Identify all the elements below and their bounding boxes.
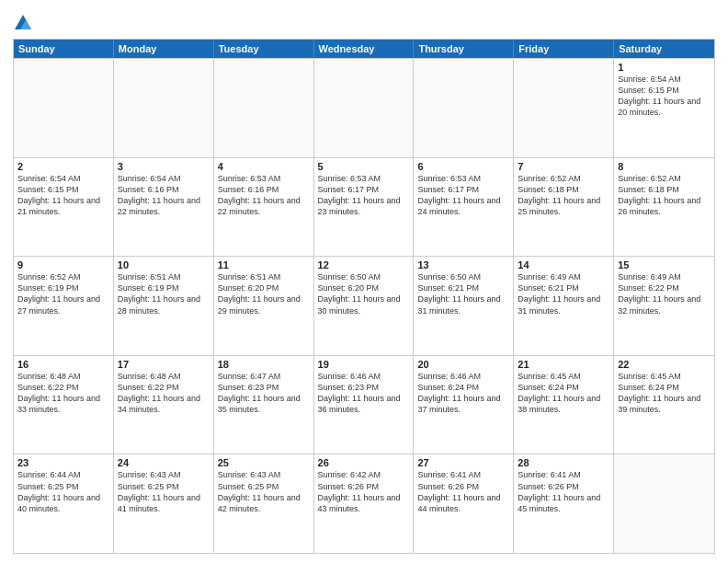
day-info: Sunrise: 6:52 AMSunset: 6:18 PMDaylight:… (618, 173, 711, 218)
day-cell-16: 16Sunrise: 6:48 AMSunset: 6:22 PMDayligh… (14, 356, 114, 454)
day-cell-15: 15Sunrise: 6:49 AMSunset: 6:22 PMDayligh… (614, 257, 714, 355)
day-number: 13 (417, 259, 509, 270)
day-info: Sunrise: 6:53 AMSunset: 6:17 PMDaylight:… (318, 173, 410, 218)
logo-icon (13, 13, 33, 33)
empty-cell (314, 59, 415, 157)
day-number: 27 (417, 457, 509, 468)
day-cell-27: 27Sunrise: 6:41 AMSunset: 6:26 PMDayligh… (414, 454, 514, 553)
calendar-row-4: 23Sunrise: 6:44 AMSunset: 6:25 PMDayligh… (14, 454, 714, 553)
weekday-header-sunday: Sunday (14, 40, 114, 58)
day-number: 3 (118, 161, 210, 172)
header (13, 9, 715, 33)
day-number: 20 (417, 359, 509, 370)
day-cell-8: 8Sunrise: 6:52 AMSunset: 6:18 PMDaylight… (614, 158, 714, 257)
day-info: Sunrise: 6:54 AMSunset: 6:16 PMDaylight:… (118, 173, 210, 218)
day-info: Sunrise: 6:50 AMSunset: 6:20 PMDaylight:… (318, 271, 410, 316)
day-info: Sunrise: 6:49 AMSunset: 6:21 PMDaylight:… (518, 271, 609, 316)
day-number: 16 (17, 359, 109, 370)
day-cell-2: 2Sunrise: 6:54 AMSunset: 6:15 PMDaylight… (14, 158, 114, 257)
day-number: 5 (318, 161, 410, 172)
day-cell-18: 18Sunrise: 6:47 AMSunset: 6:23 PMDayligh… (214, 356, 314, 454)
calendar-row-1: 2Sunrise: 6:54 AMSunset: 6:15 PMDaylight… (14, 157, 714, 257)
day-info: Sunrise: 6:52 AMSunset: 6:18 PMDaylight:… (518, 173, 609, 218)
day-info: Sunrise: 6:51 AMSunset: 6:20 PMDaylight:… (218, 271, 310, 316)
day-number: 2 (17, 161, 109, 172)
day-number: 22 (618, 359, 711, 370)
day-cell-4: 4Sunrise: 6:53 AMSunset: 6:16 PMDaylight… (214, 158, 314, 257)
weekday-header-monday: Monday (114, 40, 214, 58)
day-cell-12: 12Sunrise: 6:50 AMSunset: 6:20 PMDayligh… (314, 257, 415, 355)
day-cell-21: 21Sunrise: 6:45 AMSunset: 6:24 PMDayligh… (514, 356, 614, 454)
day-cell-22: 22Sunrise: 6:45 AMSunset: 6:24 PMDayligh… (614, 356, 714, 454)
weekday-header-thursday: Thursday (414, 40, 514, 58)
day-info: Sunrise: 6:53 AMSunset: 6:17 PMDaylight:… (417, 173, 509, 218)
day-cell-10: 10Sunrise: 6:51 AMSunset: 6:19 PMDayligh… (114, 257, 214, 355)
day-number: 19 (318, 359, 410, 370)
day-info: Sunrise: 6:46 AMSunset: 6:24 PMDaylight:… (417, 371, 509, 416)
day-cell-13: 13Sunrise: 6:50 AMSunset: 6:21 PMDayligh… (414, 257, 514, 355)
day-info: Sunrise: 6:50 AMSunset: 6:21 PMDaylight:… (417, 271, 509, 316)
day-number: 18 (218, 359, 310, 370)
weekday-header-tuesday: Tuesday (214, 40, 314, 58)
page: SundayMondayTuesdayWednesdayThursdayFrid… (0, 0, 728, 563)
empty-cell (414, 59, 514, 157)
day-number: 28 (518, 457, 609, 468)
day-info: Sunrise: 6:45 AMSunset: 6:24 PMDaylight:… (618, 371, 711, 416)
day-number: 14 (518, 259, 609, 270)
day-info: Sunrise: 6:49 AMSunset: 6:22 PMDaylight:… (618, 271, 711, 316)
day-number: 8 (618, 161, 711, 172)
day-cell-7: 7Sunrise: 6:52 AMSunset: 6:18 PMDaylight… (514, 158, 614, 257)
day-cell-24: 24Sunrise: 6:43 AMSunset: 6:25 PMDayligh… (114, 454, 214, 553)
day-number: 21 (518, 359, 609, 370)
day-number: 24 (118, 457, 210, 468)
day-cell-14: 14Sunrise: 6:49 AMSunset: 6:21 PMDayligh… (514, 257, 614, 355)
weekday-header-saturday: Saturday (614, 40, 714, 58)
day-info: Sunrise: 6:44 AMSunset: 6:25 PMDaylight:… (17, 469, 109, 514)
day-cell-11: 11Sunrise: 6:51 AMSunset: 6:20 PMDayligh… (214, 257, 314, 355)
day-info: Sunrise: 6:54 AMSunset: 6:15 PMDaylight:… (17, 173, 109, 218)
day-number: 12 (318, 259, 410, 270)
day-number: 4 (218, 161, 310, 172)
day-number: 9 (17, 259, 109, 270)
day-info: Sunrise: 6:42 AMSunset: 6:26 PMDaylight:… (318, 469, 410, 514)
day-number: 7 (518, 161, 609, 172)
day-number: 25 (218, 457, 310, 468)
empty-cell (114, 59, 214, 157)
day-number: 11 (218, 259, 310, 270)
day-number: 10 (118, 259, 210, 270)
day-cell-1: 1Sunrise: 6:54 AMSunset: 6:15 PMDaylight… (614, 59, 714, 157)
day-number: 1 (618, 62, 711, 73)
day-info: Sunrise: 6:47 AMSunset: 6:23 PMDaylight:… (218, 371, 310, 416)
day-number: 26 (318, 457, 410, 468)
empty-cell (14, 59, 114, 157)
day-info: Sunrise: 6:41 AMSunset: 6:26 PMDaylight:… (417, 469, 509, 514)
day-info: Sunrise: 6:54 AMSunset: 6:15 PMDaylight:… (618, 74, 711, 119)
day-cell-20: 20Sunrise: 6:46 AMSunset: 6:24 PMDayligh… (414, 356, 514, 454)
day-cell-3: 3Sunrise: 6:54 AMSunset: 6:16 PMDaylight… (114, 158, 214, 257)
day-info: Sunrise: 6:52 AMSunset: 6:19 PMDaylight:… (17, 271, 109, 316)
calendar-row-0: 1Sunrise: 6:54 AMSunset: 6:15 PMDaylight… (14, 58, 714, 157)
empty-cell (614, 454, 714, 553)
day-info: Sunrise: 6:51 AMSunset: 6:19 PMDaylight:… (118, 271, 210, 316)
day-cell-23: 23Sunrise: 6:44 AMSunset: 6:25 PMDayligh… (14, 454, 114, 553)
day-info: Sunrise: 6:53 AMSunset: 6:16 PMDaylight:… (218, 173, 310, 218)
calendar-body: 1Sunrise: 6:54 AMSunset: 6:15 PMDaylight… (14, 58, 714, 553)
day-cell-6: 6Sunrise: 6:53 AMSunset: 6:17 PMDaylight… (414, 158, 514, 257)
calendar-row-3: 16Sunrise: 6:48 AMSunset: 6:22 PMDayligh… (14, 355, 714, 454)
calendar-row-2: 9Sunrise: 6:52 AMSunset: 6:19 PMDaylight… (14, 256, 714, 355)
day-number: 15 (618, 259, 711, 270)
day-info: Sunrise: 6:45 AMSunset: 6:24 PMDaylight:… (518, 371, 609, 416)
day-number: 17 (118, 359, 210, 370)
day-cell-5: 5Sunrise: 6:53 AMSunset: 6:17 PMDaylight… (314, 158, 415, 257)
empty-cell (514, 59, 614, 157)
day-number: 6 (417, 161, 509, 172)
day-cell-28: 28Sunrise: 6:41 AMSunset: 6:26 PMDayligh… (514, 454, 614, 553)
calendar-header: SundayMondayTuesdayWednesdayThursdayFrid… (14, 40, 714, 58)
day-cell-26: 26Sunrise: 6:42 AMSunset: 6:26 PMDayligh… (314, 454, 415, 553)
calendar: SundayMondayTuesdayWednesdayThursdayFrid… (13, 39, 715, 554)
day-cell-17: 17Sunrise: 6:48 AMSunset: 6:22 PMDayligh… (114, 356, 214, 454)
day-cell-19: 19Sunrise: 6:46 AMSunset: 6:23 PMDayligh… (314, 356, 415, 454)
day-cell-9: 9Sunrise: 6:52 AMSunset: 6:19 PMDaylight… (14, 257, 114, 355)
logo (13, 13, 37, 33)
day-info: Sunrise: 6:48 AMSunset: 6:22 PMDaylight:… (118, 371, 210, 416)
